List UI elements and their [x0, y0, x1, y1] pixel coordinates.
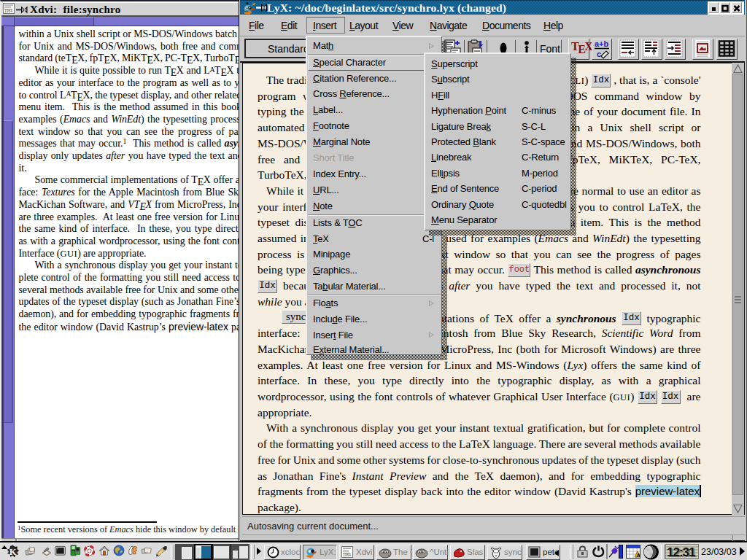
- svg-text:1964: 1964: [4, 9, 12, 13]
- svg-text:K: K: [9, 547, 17, 557]
- svg-text:a+b: a+b: [595, 39, 609, 48]
- svg-text:A: A: [637, 553, 640, 558]
- svg-text:1964: 1964: [343, 553, 351, 557]
- svg-text:c: c: [597, 50, 601, 58]
